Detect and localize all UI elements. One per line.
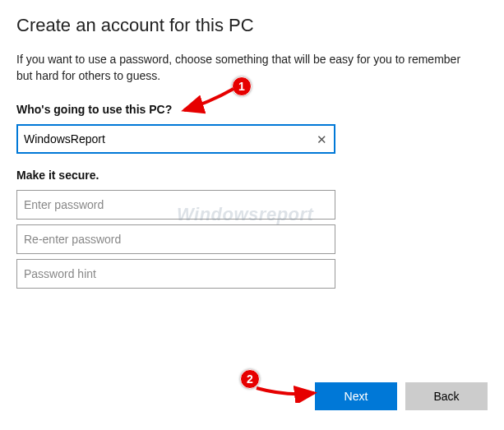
password-hint-field-wrap (16, 259, 335, 289)
back-button[interactable]: Back (405, 382, 488, 410)
password-input[interactable] (16, 190, 335, 220)
password-hint-input[interactable] (16, 259, 335, 289)
next-button[interactable]: Next (315, 382, 397, 410)
clear-username-button[interactable]: ✕ (313, 129, 331, 148)
password-field-wrap (16, 190, 335, 220)
username-input[interactable] (16, 124, 335, 154)
username-field-wrap: ✕ (16, 124, 335, 154)
secure-label: Make it secure. (16, 169, 488, 182)
close-icon: ✕ (317, 132, 327, 146)
page-title: Create an account for this PC (16, 15, 488, 36)
footer-buttons: Next Back (315, 382, 488, 410)
annotation-arrow-2 (253, 378, 319, 403)
username-label: Who's going to use this PC? (16, 103, 488, 116)
confirm-password-field-wrap (16, 224, 335, 254)
annotation-callout-2: 2 (240, 369, 260, 389)
confirm-password-input[interactable] (16, 224, 335, 254)
annotation-callout-1: 1 (232, 76, 252, 96)
